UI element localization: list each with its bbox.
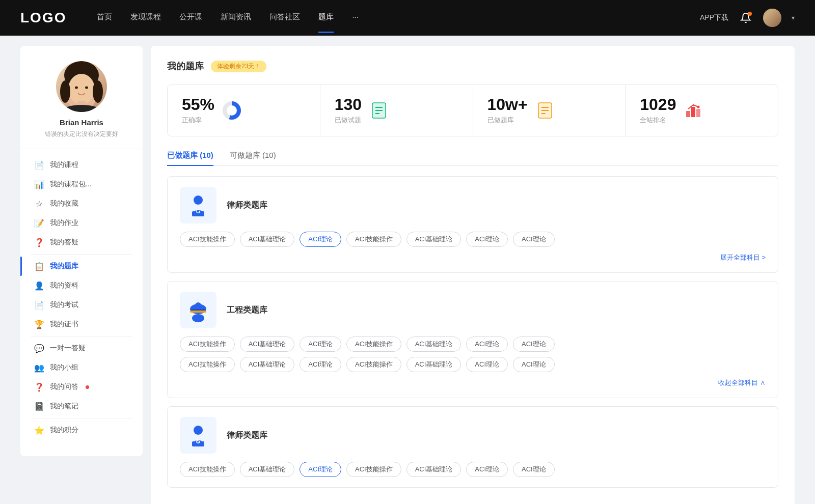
category-tags-lawyer-1: ACI技能操作 ACI基础理论 ACI理论 ACI技能操作 ACI基础理论 AC… [180,232,766,247]
svg-rect-28 [190,311,206,313]
stat-banks-label: 已做题库 [487,116,528,125]
tab-done-banks[interactable]: 已做题库 (10) [167,151,213,165]
stat-rank-label: 全站排名 [640,116,676,125]
svg-point-8 [85,87,88,89]
sidebar-item-points[interactable]: ⭐ 我的积分 [20,421,143,440]
sidebar-item-exam[interactable]: 📄 我的考试 [20,295,143,315]
sidebar-item-favorites[interactable]: ☆ 我的收藏 [20,194,143,213]
sidebar-item-label: 我的小组 [50,363,78,372]
nav-item-home[interactable]: 首页 [97,12,112,24]
category-tags-lawyer-2: ACI技能操作 ACI基础理论 ACI理论 ACI技能操作 ACI基础理论 AC… [180,462,766,477]
sidebar-divider-2 [31,336,132,337]
sidebar-item-homework[interactable]: 📝 我的作业 [20,213,143,233]
favorites-icon: ☆ [35,199,44,208]
tag[interactable]: ACI技能操作 [180,337,235,352]
tag[interactable]: ACI理论 [466,357,508,372]
tag[interactable]: ACI基础理论 [240,337,295,352]
tag[interactable]: ACI理论 [466,232,508,247]
sidebar-motto: 错误的决定比没有决定要好 [45,130,118,138]
notification-bell[interactable] [739,11,753,25]
tag[interactable]: ACI基础理论 [240,232,295,247]
rank-icon [684,101,702,120]
sidebar-item-label: 我的课程 [50,160,78,170]
profile-icon: 👤 [35,281,44,290]
tag[interactable]: ACI基础理论 [406,357,461,372]
category-card-lawyer-2: 律师类题库 ACI技能操作 ACI基础理论 ACI理论 ACI技能操作 ACI基… [167,406,778,488]
category-icon-engineer [180,292,216,328]
category-tags-engineer-row2: ACI技能操作 ACI基础理论 ACI理论 ACI技能操作 ACI基础理论 AC… [180,357,766,372]
avatar-dropdown-icon[interactable]: ▾ [792,14,795,21]
nav-item-open[interactable]: 公开课 [179,12,202,24]
sidebar-item-profile[interactable]: 👤 我的资料 [20,276,143,295]
tag[interactable]: ACI基础理论 [240,357,295,372]
avatar-image [763,9,781,27]
tag[interactable]: ACI理论 [300,337,341,352]
tag[interactable]: ACI理论 [513,232,555,247]
tag[interactable]: ACI理论 [513,357,555,372]
nav-item-more[interactable]: ··· [352,12,359,24]
tag[interactable]: ACI技能操作 [346,232,401,247]
tag[interactable]: ACI技能操作 [180,232,235,247]
main-content: 我的题库 体验剩余23天！ 55% 正确率 130 已做试题 [151,46,795,504]
stat-banks-value: 10w+ [487,96,528,113]
tag[interactable]: ACI技能操作 [346,337,401,352]
expand-button-1[interactable]: 展开全部科目 > [180,253,766,262]
sidebar-item-certificate[interactable]: 🏆 我的证书 [20,315,143,334]
sidebar-item-label: 我的考试 [50,300,78,310]
app-download-button[interactable]: APP下载 [700,13,728,22]
tag[interactable]: ACI技能操作 [346,462,401,477]
notification-dot [748,12,752,16]
collapse-button[interactable]: 收起全部科目 ∧ [180,378,766,387]
avatar[interactable] [763,9,781,27]
tag[interactable]: ACI理论 [513,462,555,477]
engineer-icon-svg [186,298,210,322]
sidebar-item-qa-my[interactable]: ❓ 我的答疑 [20,233,143,252]
sidebar-item-group[interactable]: 👥 我的小组 [20,358,143,377]
unread-dot [86,385,89,389]
nav-item-qa[interactable]: 问答社区 [269,12,300,24]
tag[interactable]: ACI理论 [300,357,341,372]
sidebar-item-questions[interactable]: ❓ 我的问答 [20,377,143,397]
sidebar-divider-1 [31,254,132,255]
tag[interactable]: ACI理论 [466,337,508,352]
tab-available-banks[interactable]: 可做题库 (10) [230,151,276,165]
tag[interactable]: ACI基础理论 [240,462,295,477]
lawyer-icon-svg-2 [186,423,210,447]
tag[interactable]: ACI基础理论 [406,462,461,477]
stat-done-label: 已做试题 [335,116,362,125]
packages-icon: 📊 [35,180,44,189]
sidebar-item-course-packages[interactable]: 📊 我的课程包... [20,175,143,194]
svg-point-23 [194,195,203,205]
stat-done-value: 130 [335,96,362,113]
tag-active[interactable]: ACI理论 [300,462,341,477]
cert-icon: 🏆 [35,320,44,329]
points-icon: ⭐ [35,426,44,435]
category-icon-lawyer-2 [180,417,216,454]
stat-done-questions: 130 已做试题 [320,85,473,136]
tag-active[interactable]: ACI理论 [300,232,341,247]
exam-icon: 📄 [35,300,44,310]
stat-accuracy: 55% 正确率 [168,85,320,136]
sidebar-item-quiz-bank[interactable]: 📋 我的题库 [20,257,143,276]
sidebar-item-one-on-one[interactable]: 💬 一对一答疑 [20,339,143,358]
tag[interactable]: ACI技能操作 [180,357,235,372]
tag[interactable]: ACI理论 [466,462,508,477]
category-title-engineer: 工程类题库 [227,305,267,316]
tag[interactable]: ACI基础理论 [406,232,461,247]
nav-item-discover[interactable]: 发现课程 [130,12,161,24]
sidebar-username: Brian Harris [60,118,103,127]
category-header: 律师类题库 [180,187,766,223]
group-icon: 👥 [35,363,44,372]
tag[interactable]: ACI基础理论 [406,337,461,352]
nav-item-news[interactable]: 新闻资讯 [221,12,251,24]
stat-rank-value: 1029 [640,96,676,113]
tag[interactable]: ACI理论 [513,337,555,352]
navbar-right: APP下载 ▾ [700,9,795,27]
sidebar-item-my-courses[interactable]: 📄 我的课程 [20,155,143,175]
tag[interactable]: ACI技能操作 [346,357,401,372]
tag[interactable]: ACI技能操作 [180,462,235,477]
profile-avatar [56,61,107,112]
sidebar-item-notes[interactable]: 📓 我的笔记 [20,397,143,416]
stat-site-rank: 1029 全站排名 [626,85,778,136]
nav-item-quiz[interactable]: 题库 [318,12,334,24]
